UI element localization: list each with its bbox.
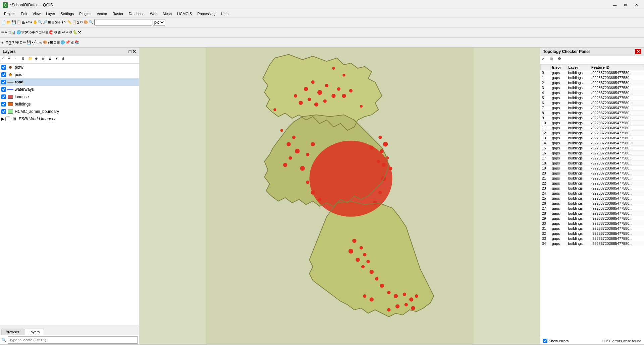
tab-layers[interactable]: Layers	[24, 329, 44, 335]
search-input[interactable]	[8, 336, 138, 344]
table-row[interactable]: 18 gaps buildings -922337203685477580...	[541, 161, 644, 166]
map-area[interactable]	[139, 48, 540, 344]
layers-panel-restore[interactable]: □	[129, 49, 131, 54]
layer-item-pofw[interactable]: pofw	[0, 64, 139, 71]
menu-help[interactable]: Help	[218, 10, 231, 17]
redo-btn[interactable]: ↪	[29, 20, 32, 24]
layers-panel-close[interactable]: ✕	[132, 49, 136, 54]
table-row[interactable]: 32 gaps buildings -922337203685477580...	[541, 231, 644, 236]
add-poly-btn[interactable]: ▭	[36, 40, 40, 45]
style-btn[interactable]: 🎨	[43, 40, 48, 45]
layer-item-esri[interactable]: ▶ ⊞ ESRI World Imagery	[0, 115, 139, 123]
save-project-btn[interactable]: 💾	[11, 20, 16, 24]
layer-props-btn[interactable]: ⚙	[5, 40, 9, 45]
font-size-input[interactable]: 12	[94, 19, 152, 25]
menu-mesh[interactable]: Mesh	[160, 10, 174, 17]
split-btn[interactable]: ✂	[42, 30, 45, 34]
table-row[interactable]: 21 gaps buildings -922337203685477580...	[541, 176, 644, 181]
save-as-btn[interactable]: 📋	[16, 20, 21, 24]
label-btn[interactable]: A	[5, 30, 7, 34]
table-row[interactable]: 29 gaps buildings -922337203685477580...	[541, 216, 644, 221]
new-project-btn[interactable]: 📄	[1, 20, 6, 24]
layers-group[interactable]: 📁	[28, 57, 34, 63]
deselect-btn[interactable]: ⬚	[7, 30, 11, 34]
table-row[interactable]: 23 gaps buildings -922337203685477580...	[541, 186, 644, 191]
layer-item-road[interactable]: road	[0, 78, 139, 86]
model-btn[interactable]: ⚒	[78, 30, 81, 34]
layer-checkbox-buildings[interactable]	[1, 102, 6, 107]
layer-item-pois[interactable]: pois	[0, 71, 139, 78]
font-unit-select[interactable]: px	[153, 19, 165, 25]
menu-settings[interactable]: Settings	[58, 10, 76, 17]
table-row[interactable]: 24 gaps buildings -922337203685477580...	[541, 191, 644, 196]
deselect-all-btn[interactable]: ⊘	[19, 40, 22, 45]
table-row[interactable]: 0 gaps buildings -922337203685477580...	[541, 70, 644, 75]
zoom-full-btn[interactable]: ⊞	[48, 20, 51, 24]
menu-processing[interactable]: Processing	[195, 10, 218, 17]
layer-item-waterways[interactable]: waterways	[0, 86, 139, 93]
zoom-in-btn[interactable]: 🔍	[38, 20, 43, 24]
layers-check-all[interactable]: ✓	[1, 57, 7, 63]
validate-all-btn[interactable]: ✓	[542, 57, 548, 63]
table-row[interactable]: 34 gaps buildings -922337203685477580...	[541, 241, 644, 246]
layers-filter[interactable]: ⊞	[21, 57, 28, 63]
close-button[interactable]: ✕	[631, 2, 641, 8]
table-row[interactable]: 14 gaps buildings -922337203685477580...	[541, 141, 644, 146]
menu-hcmgis[interactable]: HCMGIS	[174, 10, 195, 17]
table-row[interactable]: 20 gaps buildings -922337203685477580...	[541, 171, 644, 176]
table-row[interactable]: 12 gaps buildings -922337203685477580...	[541, 131, 644, 136]
pan-btn[interactable]: ✋	[33, 20, 38, 24]
select-by-expr-btn[interactable]: 𝑓	[15, 40, 16, 45]
tab-browser[interactable]: Browser	[1, 329, 23, 335]
table-row[interactable]: 30 gaps buildings -922337203685477580...	[541, 221, 644, 226]
open-project-btn[interactable]: 📂	[6, 20, 11, 24]
menu-project[interactable]: Project	[1, 10, 18, 17]
statistics-btn[interactable]: Σ	[77, 20, 79, 24]
add-line-btn[interactable]: ╱	[34, 40, 36, 45]
layers-move-down[interactable]: ▼	[55, 57, 61, 63]
save-edits-btn[interactable]: 💾	[26, 40, 31, 45]
minimize-button[interactable]: —	[610, 2, 620, 8]
table-row[interactable]: 27 gaps buildings -922337203685477580...	[541, 206, 644, 211]
layers-add[interactable]: +	[8, 57, 14, 63]
table-row[interactable]: 22 gaps buildings -922337203685477580...	[541, 181, 644, 186]
table-row[interactable]: 33 gaps buildings -922337203685477580...	[541, 236, 644, 241]
digitize-btn[interactable]: ✏	[1, 30, 4, 34]
show-errors-checkbox[interactable]	[543, 339, 547, 343]
menu-view[interactable]: View	[30, 10, 43, 17]
print-layout-btn[interactable]: 🖨	[70, 41, 74, 45]
validate-extent-btn[interactable]: ⊞	[550, 57, 556, 63]
redo2-btn[interactable]: ↪	[65, 30, 68, 34]
advanced-edit-btn[interactable]: ⚙	[54, 30, 57, 34]
table-row[interactable]: 1 gaps buildings -922337203685477580...	[541, 75, 644, 80]
layer-checkbox-landuse[interactable]	[1, 94, 6, 99]
undo-btn[interactable]: ↩	[26, 20, 29, 24]
open-field-calc-btn[interactable]: ∑	[9, 41, 12, 45]
atlas-btn[interactable]: 📚	[74, 40, 79, 45]
layer-expand-esri[interactable]: ▶	[1, 117, 4, 121]
add-layer-btn[interactable]: +	[1, 41, 3, 45]
layer-checkbox-esri[interactable]	[5, 117, 10, 121]
menu-layer[interactable]: Layer	[43, 10, 58, 17]
layer-checkbox-hcmc[interactable]	[1, 109, 6, 114]
layer-checkbox-waterways[interactable]	[1, 87, 6, 92]
layers-delete[interactable]: 🗑	[62, 57, 68, 63]
table-row[interactable]: 10 gaps buildings -922337203685477580...	[541, 121, 644, 126]
expr-btn[interactable]: 𝑒	[48, 40, 50, 45]
maximize-button[interactable]: ▭	[621, 2, 631, 8]
table-row[interactable]: 11 gaps buildings -922337203685477580...	[541, 126, 644, 131]
menu-vector[interactable]: Vector	[94, 10, 110, 17]
table-row[interactable]: 2 gaps buildings -922337203685477580...	[541, 80, 644, 85]
layers-expand[interactable]: ⊕	[35, 57, 41, 63]
table-row[interactable]: 3 gaps buildings -922337203685477580...	[541, 85, 644, 90]
zoom-selection-btn[interactable]: ⊠	[55, 20, 58, 24]
table-row[interactable]: 5 gaps buildings -922337203685477580...	[541, 95, 644, 100]
table-row[interactable]: 26 gaps buildings -922337203685477580...	[541, 201, 644, 206]
edit-toggle-btn[interactable]: ✏	[23, 40, 26, 45]
menu-edit[interactable]: Edit	[18, 10, 30, 17]
rotate-btn[interactable]: ↻	[35, 30, 38, 34]
add-raster-btn[interactable]: 🌐	[16, 30, 21, 34]
table-row[interactable]: 13 gaps buildings -922337203685477580...	[541, 136, 644, 141]
add-vector-btn[interactable]: ▽	[21, 30, 24, 34]
move-feature-btn[interactable]: ⊕	[32, 30, 35, 34]
